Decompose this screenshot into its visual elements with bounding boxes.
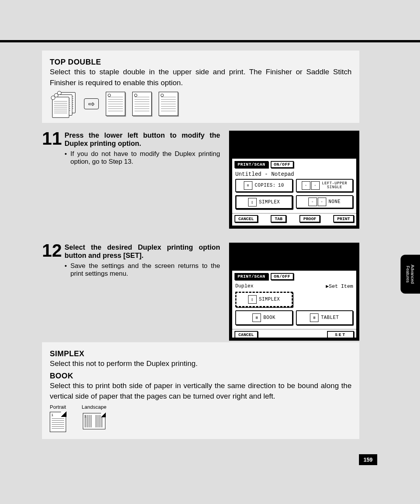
step-title: Select the desired Duplex printing optio… <box>65 243 220 260</box>
step-bullet: If you do not have to modify the Duplex … <box>65 150 220 166</box>
print-scan-button[interactable]: PRINT/SCAN <box>234 273 268 280</box>
punch-button[interactable]: ▫ ▫ NONE <box>296 195 354 208</box>
lcd-category: Duplex <box>235 283 254 289</box>
stacked-pages-icon <box>50 92 77 116</box>
tablet-icon: ≣ <box>310 313 318 322</box>
copies-value: 10 <box>278 183 284 188</box>
side-tab-advanced-features: Advanced Features <box>401 255 420 294</box>
panel-duplex-definitions: SIMPLEX Select this not to perform the D… <box>42 342 359 439</box>
output-page-icon <box>106 92 125 116</box>
set-button[interactable]: SET <box>327 331 354 338</box>
landscape-label: Landscape <box>82 404 107 410</box>
text-top-double: Select this to staple double in the uppe… <box>50 66 352 88</box>
cancel-button[interactable]: CANCEL <box>234 215 258 222</box>
step-number: 12 <box>42 243 65 259</box>
text-simplex: Select this not to perform the Duplex pr… <box>50 358 352 369</box>
step-title: Press the lower left button to modify th… <box>65 131 220 148</box>
output-page-icon <box>132 92 152 116</box>
lcd-duplex-set: PRINT/SCAN ON/OFF Duplex ▶Set Item ▯ SIM… <box>229 243 359 341</box>
duplex-button[interactable]: ▯ SIMPLEX <box>235 195 293 209</box>
simplex-icon: ▯ <box>248 198 257 206</box>
lcd-set-item: ▶Set Item <box>326 283 353 289</box>
proof-button[interactable]: PROOF <box>299 215 320 222</box>
punch-value: NONE <box>329 199 341 205</box>
heading-simplex: SIMPLEX <box>50 349 352 358</box>
copies-button[interactable]: ≡ COPIES: 10 <box>235 179 293 192</box>
onoff-button[interactable]: ON/OFF <box>271 273 294 280</box>
portrait-page-icon <box>50 412 66 432</box>
tab-button[interactable]: TAB <box>271 215 286 222</box>
step-bullet: Save the settings and the screen returns… <box>65 262 220 278</box>
tablet-option[interactable]: ≣ TABLET <box>296 310 354 325</box>
book-label: BOOK <box>263 315 275 320</box>
staple-button[interactable]: ▫ ▫ LEFT-UPPER SINGLE <box>296 179 354 192</box>
panel-top-double: TOP DOUBLE Select this to staple double … <box>42 51 359 123</box>
simplex-option[interactable]: ▯ SIMPLEX <box>235 292 293 307</box>
illustration-top-double: ⇨ <box>50 92 352 116</box>
cancel-button[interactable]: CANCEL <box>234 331 258 338</box>
orientation-illustration: Portrait Landscape <box>50 404 352 432</box>
staple-icon: ▫ <box>302 181 310 190</box>
output-page-icon <box>159 92 178 116</box>
print-button[interactable]: PRINT <box>333 215 354 222</box>
punch-icon: ▫ <box>308 198 317 206</box>
duplex-value: SIMPLEX <box>259 200 280 205</box>
simplex-label: SIMPLEX <box>259 297 280 302</box>
punch-icon: ▫ <box>318 198 326 206</box>
print-scan-button[interactable]: PRINT/SCAN <box>234 161 268 168</box>
heading-top-double: TOP DOUBLE <box>50 58 352 66</box>
step-number: 11 <box>42 131 65 147</box>
book-icon: ≣ <box>252 313 261 322</box>
staple-value: LEFT-UPPER SINGLE <box>322 182 347 189</box>
simplex-icon: ▯ <box>248 295 257 304</box>
landscape-page-icon <box>83 413 105 429</box>
page-number: 159 <box>359 454 377 465</box>
lcd-print-settings: PRINT/SCAN ON/OFF Untitled - Notepad ≡ C… <box>229 131 359 229</box>
text-book: Select this to print both side of paper … <box>50 380 352 402</box>
copies-label: COPIES: <box>255 183 276 188</box>
portrait-label: Portrait <box>50 404 66 410</box>
onoff-button[interactable]: ON/OFF <box>271 161 294 168</box>
arrow-icon: ⇨ <box>84 98 99 109</box>
tablet-label: TABLET <box>321 315 339 320</box>
document-icon: ≡ <box>244 181 252 190</box>
staple-icon: ▫ <box>311 181 320 190</box>
heading-book: BOOK <box>50 371 352 380</box>
lcd-document-title: Untitled - Notepad <box>232 170 356 177</box>
side-tab-label: Advanced Features <box>406 265 415 284</box>
book-option[interactable]: ≣ BOOK <box>235 310 293 325</box>
